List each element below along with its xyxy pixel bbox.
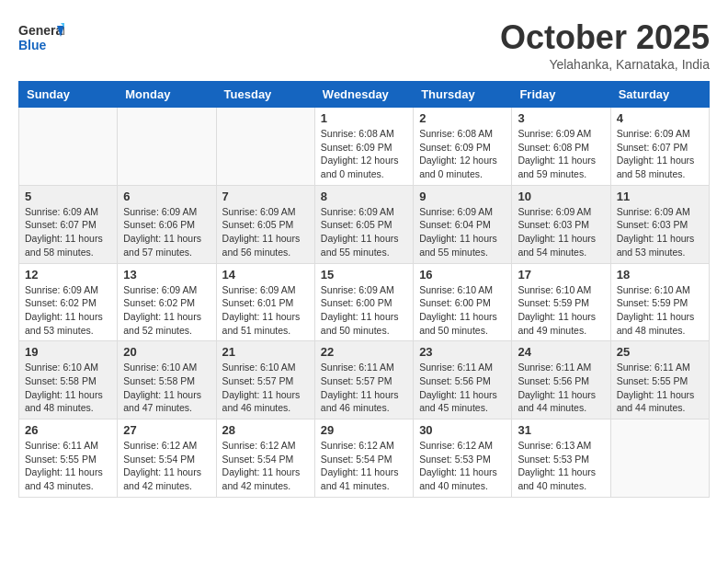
calendar-day-12: 12Sunrise: 6:09 AMSunset: 6:02 PMDayligh… [19, 263, 118, 341]
calendar-day-29: 29Sunrise: 6:12 AMSunset: 5:54 PMDayligh… [314, 419, 413, 498]
day-number: 14 [222, 268, 309, 282]
day-number: 1 [321, 111, 407, 125]
calendar-day-31: 31Sunrise: 6:13 AMSunset: 5:53 PMDayligh… [512, 419, 610, 498]
day-info: Sunrise: 6:10 AMSunset: 6:00 PMDaylight:… [419, 283, 506, 338]
calendar-day-20: 20Sunrise: 6:10 AMSunset: 5:58 PMDayligh… [118, 341, 216, 419]
day-info: Sunrise: 6:09 AMSunset: 6:05 PMDaylight:… [321, 205, 407, 259]
day-info: Sunrise: 6:09 AMSunset: 6:06 PMDaylight:… [123, 205, 210, 259]
calendar-empty-cell [118, 108, 216, 186]
calendar-week-row: 12Sunrise: 6:09 AMSunset: 6:02 PMDayligh… [19, 263, 710, 341]
calendar-day-10: 10Sunrise: 6:09 AMSunset: 6:03 PMDayligh… [512, 185, 610, 263]
day-number: 4 [617, 111, 703, 125]
day-info: Sunrise: 6:12 AMSunset: 5:54 PMDaylight:… [321, 439, 407, 493]
calendar-header-sunday: Sunday [19, 82, 118, 108]
day-info: Sunrise: 6:11 AMSunset: 5:55 PMDaylight:… [617, 361, 703, 415]
day-info: Sunrise: 6:11 AMSunset: 5:56 PMDaylight:… [419, 361, 506, 415]
day-info: Sunrise: 6:10 AMSunset: 5:59 PMDaylight:… [518, 283, 604, 338]
day-info: Sunrise: 6:09 AMSunset: 6:05 PMDaylight:… [222, 205, 309, 259]
day-number: 29 [321, 423, 407, 437]
day-number: 3 [518, 111, 604, 125]
calendar-day-2: 2Sunrise: 6:08 AMSunset: 6:09 PMDaylight… [414, 108, 512, 186]
calendar-header-tuesday: Tuesday [216, 82, 314, 108]
calendar-header-thursday: Thursday [414, 82, 512, 108]
day-number: 9 [419, 190, 506, 203]
calendar-day-1: 1Sunrise: 6:08 AMSunset: 6:09 PMDaylight… [314, 108, 413, 186]
day-number: 28 [222, 423, 309, 437]
calendar-day-4: 4Sunrise: 6:09 AMSunset: 6:07 PMDaylight… [610, 108, 709, 186]
day-info: Sunrise: 6:09 AMSunset: 6:04 PMDaylight:… [419, 205, 506, 259]
calendar-day-22: 22Sunrise: 6:11 AMSunset: 5:57 PMDayligh… [314, 341, 413, 419]
calendar-day-14: 14Sunrise: 6:09 AMSunset: 6:01 PMDayligh… [216, 263, 314, 341]
day-info: Sunrise: 6:09 AMSunset: 6:07 PMDaylight:… [25, 205, 111, 259]
calendar-day-24: 24Sunrise: 6:11 AMSunset: 5:56 PMDayligh… [512, 341, 610, 419]
day-info: Sunrise: 6:12 AMSunset: 5:54 PMDaylight:… [123, 439, 210, 493]
day-info: Sunrise: 6:09 AMSunset: 6:02 PMDaylight:… [25, 283, 111, 338]
calendar-day-6: 6Sunrise: 6:09 AMSunset: 6:06 PMDaylight… [118, 185, 216, 263]
day-number: 22 [321, 345, 407, 359]
svg-text:Blue: Blue [18, 38, 47, 52]
calendar-header-monday: Monday [118, 82, 216, 108]
calendar-day-17: 17Sunrise: 6:10 AMSunset: 5:59 PMDayligh… [512, 263, 610, 341]
calendar-day-21: 21Sunrise: 6:10 AMSunset: 5:57 PMDayligh… [216, 341, 314, 419]
calendar-day-15: 15Sunrise: 6:09 AMSunset: 6:00 PMDayligh… [314, 263, 413, 341]
calendar-day-18: 18Sunrise: 6:10 AMSunset: 5:59 PMDayligh… [610, 263, 709, 341]
page-header: General Blue October 2025 Yelahanka, Kar… [18, 18, 710, 72]
calendar-week-row: 19Sunrise: 6:10 AMSunset: 5:58 PMDayligh… [19, 341, 710, 419]
day-number: 8 [321, 190, 407, 203]
day-number: 25 [617, 345, 703, 359]
day-info: Sunrise: 6:08 AMSunset: 6:09 PMDaylight:… [321, 127, 407, 181]
calendar-day-8: 8Sunrise: 6:09 AMSunset: 6:05 PMDaylight… [314, 185, 413, 263]
day-number: 13 [123, 268, 210, 282]
day-number: 10 [518, 190, 604, 203]
day-number: 15 [321, 268, 407, 282]
day-number: 11 [617, 190, 703, 203]
svg-text:General: General [18, 23, 64, 38]
calendar-header-wednesday: Wednesday [314, 82, 413, 108]
day-info: Sunrise: 6:09 AMSunset: 6:03 PMDaylight:… [617, 205, 703, 259]
day-info: Sunrise: 6:09 AMSunset: 6:00 PMDaylight:… [321, 283, 407, 338]
day-number: 12 [25, 268, 111, 282]
calendar-day-26: 26Sunrise: 6:11 AMSunset: 5:55 PMDayligh… [19, 419, 118, 498]
day-info: Sunrise: 6:09 AMSunset: 6:03 PMDaylight:… [518, 205, 604, 259]
day-info: Sunrise: 6:10 AMSunset: 5:58 PMDaylight:… [25, 361, 111, 415]
calendar-day-16: 16Sunrise: 6:10 AMSunset: 6:00 PMDayligh… [414, 263, 512, 341]
logo: General Blue [18, 18, 64, 63]
day-number: 5 [25, 190, 111, 203]
day-info: Sunrise: 6:11 AMSunset: 5:56 PMDaylight:… [518, 361, 604, 415]
calendar-day-25: 25Sunrise: 6:11 AMSunset: 5:55 PMDayligh… [610, 341, 709, 419]
calendar-header-row: SundayMondayTuesdayWednesdayThursdayFrid… [19, 82, 710, 108]
day-number: 17 [518, 268, 604, 282]
day-number: 24 [518, 345, 604, 359]
day-number: 30 [419, 423, 506, 437]
location-subtitle: Yelahanka, Karnataka, India [500, 57, 710, 72]
calendar-day-3: 3Sunrise: 6:09 AMSunset: 6:08 PMDaylight… [512, 108, 610, 186]
calendar-day-28: 28Sunrise: 6:12 AMSunset: 5:54 PMDayligh… [216, 419, 314, 498]
day-info: Sunrise: 6:09 AMSunset: 6:01 PMDaylight:… [222, 283, 309, 338]
day-number: 16 [419, 268, 506, 282]
day-info: Sunrise: 6:09 AMSunset: 6:08 PMDaylight:… [518, 127, 604, 181]
day-info: Sunrise: 6:10 AMSunset: 5:59 PMDaylight:… [617, 283, 703, 338]
calendar-header-saturday: Saturday [610, 82, 709, 108]
day-number: 21 [222, 345, 309, 359]
calendar-day-11: 11Sunrise: 6:09 AMSunset: 6:03 PMDayligh… [610, 185, 709, 263]
day-info: Sunrise: 6:12 AMSunset: 5:54 PMDaylight:… [222, 439, 309, 493]
calendar-day-5: 5Sunrise: 6:09 AMSunset: 6:07 PMDaylight… [19, 185, 118, 263]
day-info: Sunrise: 6:09 AMSunset: 6:02 PMDaylight:… [123, 283, 210, 338]
calendar-day-30: 30Sunrise: 6:12 AMSunset: 5:53 PMDayligh… [414, 419, 512, 498]
day-info: Sunrise: 6:12 AMSunset: 5:53 PMDaylight:… [419, 439, 506, 493]
title-area: October 2025 Yelahanka, Karnataka, India [500, 18, 710, 72]
calendar-day-9: 9Sunrise: 6:09 AMSunset: 6:04 PMDaylight… [414, 185, 512, 263]
day-number: 7 [222, 190, 309, 203]
month-title: October 2025 [500, 18, 710, 57]
calendar-week-row: 5Sunrise: 6:09 AMSunset: 6:07 PMDaylight… [19, 185, 710, 263]
calendar-empty-cell [610, 419, 709, 498]
day-number: 6 [123, 190, 210, 203]
calendar-day-27: 27Sunrise: 6:12 AMSunset: 5:54 PMDayligh… [118, 419, 216, 498]
calendar-day-13: 13Sunrise: 6:09 AMSunset: 6:02 PMDayligh… [118, 263, 216, 341]
logo-image: General Blue [18, 18, 64, 63]
day-info: Sunrise: 6:10 AMSunset: 5:58 PMDaylight:… [123, 361, 210, 415]
calendar-week-row: 1Sunrise: 6:08 AMSunset: 6:09 PMDaylight… [19, 108, 710, 186]
calendar-header-friday: Friday [512, 82, 610, 108]
calendar-day-23: 23Sunrise: 6:11 AMSunset: 5:56 PMDayligh… [414, 341, 512, 419]
calendar-empty-cell [19, 108, 118, 186]
